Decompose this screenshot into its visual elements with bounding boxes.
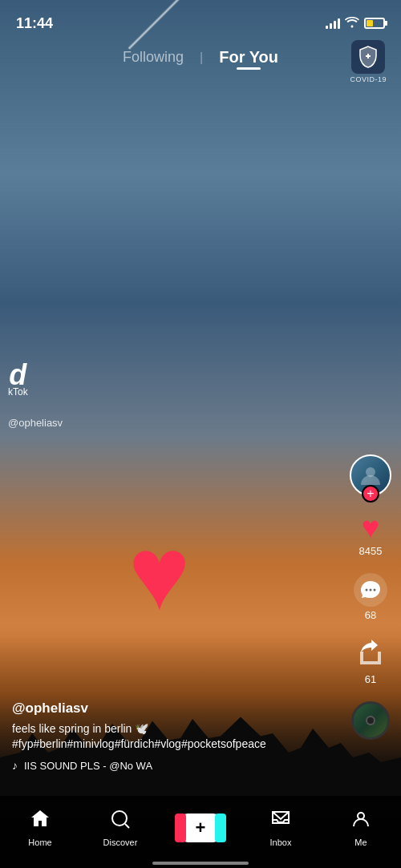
header-nav: Following | For You bbox=[0, 40, 401, 75]
share-icon bbox=[354, 637, 387, 671]
wifi-icon bbox=[345, 17, 359, 30]
discover-label: Discover bbox=[103, 838, 138, 847]
add-video-button[interactable]: + bbox=[180, 813, 221, 842]
svg-point-6 bbox=[358, 813, 364, 819]
like-count: 8455 bbox=[359, 545, 383, 557]
tiktok-logo-text: kTok bbox=[8, 386, 28, 398]
music-disc bbox=[351, 701, 390, 740]
nav-discover[interactable]: Discover bbox=[96, 809, 144, 847]
covid-shield-icon bbox=[351, 40, 385, 74]
like-button[interactable]: ♥ 8455 bbox=[359, 512, 383, 557]
follow-plus-button[interactable]: + bbox=[362, 485, 379, 503]
inbox-label: Inbox bbox=[270, 838, 292, 847]
comment-count: 68 bbox=[365, 609, 376, 621]
svg-line-5 bbox=[125, 824, 129, 828]
inbox-icon bbox=[270, 809, 291, 834]
heart-icon: ♥ bbox=[362, 512, 380, 543]
home-icon bbox=[30, 809, 51, 834]
music-text: IIS SOUND PLS - @No WA bbox=[24, 760, 152, 772]
video-description: feels like spring in berlin 🕊️ #fyp#berl… bbox=[12, 721, 333, 753]
username-watermark: @opheliasv bbox=[8, 417, 63, 429]
nav-add[interactable]: + bbox=[176, 813, 225, 842]
profile-icon bbox=[350, 809, 371, 834]
bottom-nav: Home Discover + Inbox bbox=[0, 796, 401, 868]
video-info-panel: @opheliasv feels like spring in berlin 🕊… bbox=[0, 700, 345, 772]
double-tap-heart: ♥ bbox=[128, 513, 190, 633]
svg-point-1 bbox=[366, 589, 368, 591]
foryou-tab[interactable]: For You bbox=[203, 48, 294, 67]
status-icons bbox=[326, 17, 385, 30]
following-tab[interactable]: Following bbox=[107, 49, 200, 66]
share-count: 61 bbox=[365, 673, 376, 685]
nav-inbox[interactable]: Inbox bbox=[257, 809, 305, 847]
discover-icon bbox=[110, 809, 131, 834]
home-label: Home bbox=[28, 838, 51, 847]
nav-me[interactable]: Me bbox=[337, 809, 385, 847]
music-note-icon: ♪ bbox=[12, 759, 18, 772]
signal-icon bbox=[326, 18, 340, 29]
video-username[interactable]: @opheliasv bbox=[12, 700, 333, 717]
home-indicator bbox=[152, 862, 249, 865]
right-actions-panel: + ♥ 8455 68 61 bbox=[350, 454, 391, 740]
svg-point-3 bbox=[374, 589, 376, 591]
status-time: 11:44 bbox=[16, 15, 53, 32]
comment-button[interactable]: 68 bbox=[354, 573, 387, 621]
music-disc-inner bbox=[366, 716, 375, 725]
svg-point-2 bbox=[370, 589, 372, 591]
covid-label: COVID-19 bbox=[350, 75, 387, 83]
battery-icon bbox=[364, 18, 385, 29]
status-bar: 11:44 bbox=[0, 0, 401, 40]
svg-point-4 bbox=[112, 811, 127, 826]
nav-home[interactable]: Home bbox=[16, 809, 64, 847]
tiktok-watermark: d kTok bbox=[8, 361, 28, 398]
creator-avatar-container[interactable]: + bbox=[350, 454, 391, 496]
tiktok-logo-d: d bbox=[9, 361, 26, 390]
comment-icon bbox=[354, 573, 387, 607]
share-button[interactable]: 61 bbox=[354, 637, 387, 685]
music-bar[interactable]: ♪ IIS SOUND PLS - @No WA bbox=[12, 759, 333, 772]
me-label: Me bbox=[354, 838, 367, 847]
covid-badge[interactable]: COVID-19 bbox=[350, 40, 387, 83]
